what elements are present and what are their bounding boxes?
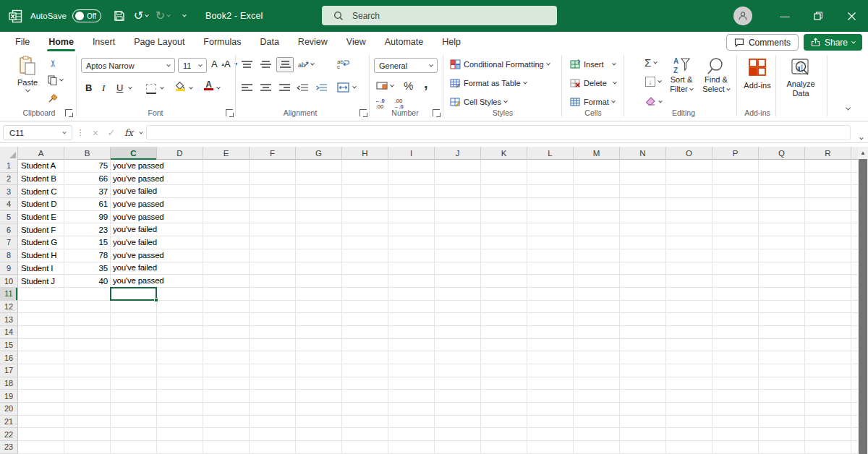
- tab-home[interactable]: Home: [39, 32, 83, 52]
- cell-P3[interactable]: [712, 185, 759, 198]
- cell-P19[interactable]: [712, 390, 759, 403]
- cell-C10[interactable]: you've passed: [111, 275, 157, 288]
- cell-G18[interactable]: [296, 377, 342, 390]
- cell-D6[interactable]: [157, 223, 203, 236]
- cell-B6[interactable]: 23: [64, 223, 111, 236]
- cell-P1[interactable]: [712, 160, 759, 173]
- cell-O16[interactable]: [666, 351, 712, 364]
- cell-G10[interactable]: [296, 275, 342, 288]
- account-avatar[interactable]: [733, 7, 752, 25]
- cell-B23[interactable]: [64, 441, 111, 454]
- cell-M2[interactable]: [574, 173, 620, 186]
- cell-N3[interactable]: [620, 185, 666, 198]
- cell-N23[interactable]: [620, 441, 666, 454]
- number-format-combo[interactable]: General: [374, 58, 438, 73]
- tab-page-layout[interactable]: Page Layout: [124, 32, 194, 52]
- delete-cells-button[interactable]: Delete: [570, 78, 616, 88]
- tab-help[interactable]: Help: [433, 32, 470, 52]
- cell-D4[interactable]: [157, 198, 203, 211]
- cell-J15[interactable]: [435, 339, 481, 352]
- cell-M12[interactable]: [574, 301, 620, 314]
- cell-N12[interactable]: [620, 301, 666, 314]
- cell-O18[interactable]: [666, 377, 712, 390]
- cell-E13[interactable]: [203, 313, 250, 326]
- cell-F20[interactable]: [250, 403, 296, 416]
- cell-M13[interactable]: [574, 313, 620, 326]
- cell-A14[interactable]: [18, 326, 64, 339]
- cell-P10[interactable]: [712, 275, 759, 288]
- select-all-button[interactable]: [0, 147, 18, 160]
- cell-L19[interactable]: [527, 390, 574, 403]
- cell-M5[interactable]: [574, 211, 620, 224]
- cell-N11[interactable]: [620, 288, 666, 301]
- alignment-dialog-launcher[interactable]: [359, 109, 367, 116]
- column-header-partial[interactable]: [851, 147, 858, 160]
- cell-D22[interactable]: [157, 428, 203, 441]
- cell-E4[interactable]: [203, 198, 250, 211]
- cell-J23[interactable]: [435, 441, 481, 454]
- decrease-font-size-button[interactable]: A▼: [224, 59, 239, 69]
- cell-L16[interactable]: [527, 351, 574, 364]
- cell-N20[interactable]: [620, 403, 666, 416]
- cell-J19[interactable]: [435, 390, 481, 403]
- cell-O20[interactable]: [666, 403, 712, 416]
- active-cell-selection[interactable]: [110, 287, 157, 301]
- insert-function-dropdown[interactable]: [137, 125, 145, 140]
- cell-E9[interactable]: [203, 262, 250, 275]
- middle-align-button[interactable]: [260, 61, 271, 69]
- cell-K20[interactable]: [481, 403, 527, 416]
- cell-B2[interactable]: 66: [64, 173, 111, 186]
- number-dialog-launcher[interactable]: [433, 109, 440, 116]
- cell-partial-14[interactable]: [851, 326, 858, 339]
- cell-L21[interactable]: [527, 416, 574, 429]
- cell-K17[interactable]: [481, 364, 527, 377]
- cell-O17[interactable]: [666, 364, 712, 377]
- cell-F8[interactable]: [250, 249, 296, 262]
- column-header-m[interactable]: M: [574, 147, 620, 160]
- cell-J22[interactable]: [435, 428, 481, 441]
- cell-A19[interactable]: [18, 390, 64, 403]
- cell-B7[interactable]: 15: [64, 236, 111, 249]
- cell-O22[interactable]: [666, 428, 712, 441]
- cell-O7[interactable]: [666, 236, 712, 249]
- cell-A13[interactable]: [18, 313, 64, 326]
- cell-O4[interactable]: [666, 198, 712, 211]
- row-header-16[interactable]: 16: [0, 351, 18, 364]
- cell-F17[interactable]: [250, 364, 296, 377]
- cell-E8[interactable]: [203, 249, 250, 262]
- cell-R17[interactable]: [805, 364, 851, 377]
- cell-P7[interactable]: [712, 236, 759, 249]
- cell-R16[interactable]: [805, 351, 851, 364]
- cell-C21[interactable]: [111, 416, 157, 429]
- cell-L5[interactable]: [527, 211, 574, 224]
- cell-B18[interactable]: [64, 377, 111, 390]
- redo-button[interactable]: ↻: [152, 0, 174, 32]
- cell-F13[interactable]: [250, 313, 296, 326]
- cell-M22[interactable]: [574, 428, 620, 441]
- cell-K15[interactable]: [481, 339, 527, 352]
- cell-G2[interactable]: [296, 173, 342, 186]
- cell-F18[interactable]: [250, 377, 296, 390]
- cell-B17[interactable]: [64, 364, 111, 377]
- cell-F14[interactable]: [250, 326, 296, 339]
- font-name-combo[interactable]: Aptos Narrow: [81, 58, 175, 73]
- cell-B19[interactable]: [64, 390, 111, 403]
- cell-R7[interactable]: [805, 236, 851, 249]
- cell-E10[interactable]: [203, 275, 250, 288]
- cell-L15[interactable]: [527, 339, 574, 352]
- cell-O11[interactable]: [666, 288, 712, 301]
- cell-D9[interactable]: [157, 262, 203, 275]
- cell-R1[interactable]: [805, 160, 851, 173]
- cell-N19[interactable]: [620, 390, 666, 403]
- cell-F15[interactable]: [250, 339, 296, 352]
- minimize-button[interactable]: —: [768, 0, 801, 32]
- cell-A21[interactable]: [18, 416, 64, 429]
- cell-F11[interactable]: [250, 288, 296, 301]
- cell-L17[interactable]: [527, 364, 574, 377]
- cell-F5[interactable]: [250, 211, 296, 224]
- cell-H15[interactable]: [342, 339, 388, 352]
- cell-I19[interactable]: [388, 390, 435, 403]
- cell-B10[interactable]: 40: [64, 275, 111, 288]
- cell-I3[interactable]: [388, 185, 435, 198]
- cell-J6[interactable]: [435, 223, 481, 236]
